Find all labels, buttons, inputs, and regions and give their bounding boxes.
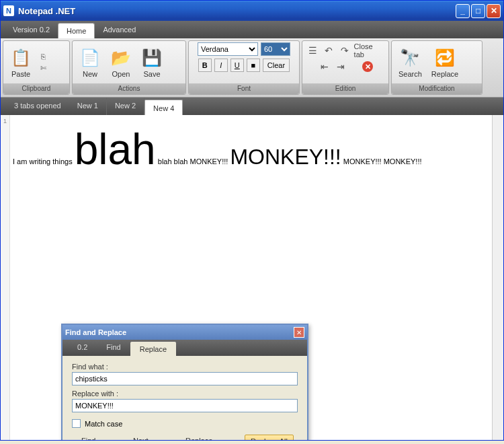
- open-button[interactable]: 📂 Open: [106, 46, 136, 79]
- vertical-scrollbar[interactable]: [492, 115, 503, 440]
- app-icon: N: [3, 5, 14, 16]
- dialog-next-button[interactable]: Next: [128, 435, 154, 440]
- copy-icon[interactable]: ⎘: [37, 51, 49, 62]
- search-button[interactable]: 🔭 Search: [394, 46, 426, 79]
- ribbon-group-edition: ☰ ↶ ↷ Close tab ⇤ ⇥ ✕ Edition: [302, 40, 389, 95]
- ribbon-group-actions: 📄 New 📂 Open 💾 Save Actions: [72, 40, 186, 95]
- font-name-select[interactable]: Verdana: [198, 42, 258, 56]
- dialog-tab-find[interactable]: Find: [97, 340, 130, 356]
- text-segment: MONKEY!!! MONKEY!!!: [341, 157, 422, 165]
- underline-button[interactable]: U: [230, 59, 244, 72]
- group-label-modification: Modification: [392, 83, 482, 94]
- indent-left-icon[interactable]: ⇤: [318, 60, 331, 73]
- text-segment: blah blah MONKEY!!!: [156, 157, 230, 165]
- save-icon: 💾: [141, 47, 163, 69]
- paste-button[interactable]: 📋 Paste: [6, 46, 36, 79]
- group-label-edition: Edition: [302, 83, 388, 94]
- replace-icon: 🔁: [434, 47, 456, 69]
- tab-new-4[interactable]: New 4: [144, 100, 183, 115]
- find-input[interactable]: [72, 372, 298, 385]
- binoculars-icon: 🔭: [399, 47, 421, 69]
- bold-button[interactable]: B: [198, 59, 212, 72]
- document-text[interactable]: I am writing things blah blah blah MONKE…: [13, 118, 503, 174]
- group-label-clipboard: Clipboard: [3, 83, 69, 94]
- tabs-count: 3 tabs opened: [6, 98, 69, 115]
- text-segment: blah: [75, 125, 156, 174]
- close-button[interactable]: ✕: [487, 4, 501, 18]
- folder-open-icon: 📂: [110, 47, 132, 69]
- replace-label: Replace with :: [72, 390, 298, 398]
- dialog-titlebar[interactable]: Find and Replace ✕: [62, 325, 307, 340]
- dialog-title: Find and Replace: [65, 328, 294, 336]
- redo-icon[interactable]: ↷: [338, 44, 351, 57]
- find-label: Find what :: [72, 363, 298, 371]
- group-label-font: Font: [189, 83, 299, 94]
- close-tab-link[interactable]: Close tab: [354, 42, 384, 59]
- editor-area[interactable]: 1 I am writing things blah blah blah MON…: [1, 115, 503, 440]
- match-case-checkbox[interactable]: [72, 419, 81, 428]
- indent-right-icon[interactable]: ⇥: [334, 60, 347, 73]
- tab-new-2[interactable]: New 2: [107, 98, 144, 115]
- dialog-tabs: 0.2 Find Replace: [62, 340, 307, 356]
- ribbon-group-clipboard: 📋 Paste ⎘ ✄ Clipboard: [3, 40, 70, 95]
- color-button[interactable]: ■: [247, 59, 260, 72]
- maximize-button[interactable]: □: [471, 4, 485, 18]
- close-tab-icon[interactable]: ✕: [362, 61, 373, 72]
- new-button[interactable]: 📄 New: [75, 46, 105, 79]
- menu-version[interactable]: Version 0.2: [5, 21, 58, 38]
- dialog-tab-replace[interactable]: Replace: [130, 342, 176, 356]
- titlebar[interactable]: N Notepad .NET _ □ ✕: [1, 1, 503, 21]
- clipboard-icon: 📋: [10, 47, 32, 69]
- ribbon-group-modification: 🔭 Search 🔁 Replace Modification: [391, 40, 482, 95]
- new-file-icon: 📄: [79, 47, 101, 69]
- match-case-label: Match case: [85, 420, 122, 428]
- app-window: N Notepad .NET _ □ ✕ Version 0.2 Home Ad…: [0, 0, 504, 441]
- ribbon-group-font: Verdana 60 B I U ■ Clear Font: [188, 40, 300, 95]
- line-gutter: 1: [1, 115, 10, 440]
- cut-icon[interactable]: ✄: [37, 63, 49, 74]
- dialog-close-button[interactable]: ✕: [294, 327, 304, 338]
- line-number: 1: [1, 118, 9, 124]
- replace-input[interactable]: [72, 399, 298, 412]
- dialog-tab-version[interactable]: 0.2: [68, 340, 97, 356]
- dialog-body: Find what : Replace with : Match case Fi…: [62, 356, 307, 440]
- clear-format-button[interactable]: Clear: [263, 59, 290, 72]
- text-segment: I am writing things: [13, 157, 75, 165]
- list-icon[interactable]: ☰: [306, 44, 320, 57]
- find-replace-dialog: Find and Replace ✕ 0.2 Find Replace Find…: [61, 324, 308, 440]
- minimize-button[interactable]: _: [456, 4, 470, 18]
- text-segment: MONKEY!!!: [230, 145, 341, 169]
- tab-new-1[interactable]: New 1: [69, 98, 107, 115]
- font-size-select[interactable]: 60: [261, 42, 290, 56]
- save-button[interactable]: 💾 Save: [137, 46, 167, 79]
- menu-advanced[interactable]: Advanced: [95, 21, 144, 38]
- tabstrip: 3 tabs opened New 1 New 2 New 4: [1, 98, 503, 115]
- menu-home[interactable]: Home: [58, 23, 95, 38]
- italic-button[interactable]: I: [214, 59, 228, 72]
- dialog-find-button[interactable]: Find: [76, 435, 101, 440]
- dialog-replace-button[interactable]: Replace: [180, 435, 218, 440]
- replace-button[interactable]: 🔁 Replace: [427, 46, 462, 79]
- dialog-replace-all-button[interactable]: Replace All: [245, 435, 294, 440]
- group-label-actions: Actions: [73, 83, 185, 94]
- menubar: Version 0.2 Home Advanced: [1, 21, 503, 38]
- ribbon: 📋 Paste ⎘ ✄ Clipboard 📄 New 📂 Open: [1, 38, 503, 98]
- window-title: Notepad .NET: [18, 6, 456, 16]
- undo-icon[interactable]: ↶: [323, 44, 336, 57]
